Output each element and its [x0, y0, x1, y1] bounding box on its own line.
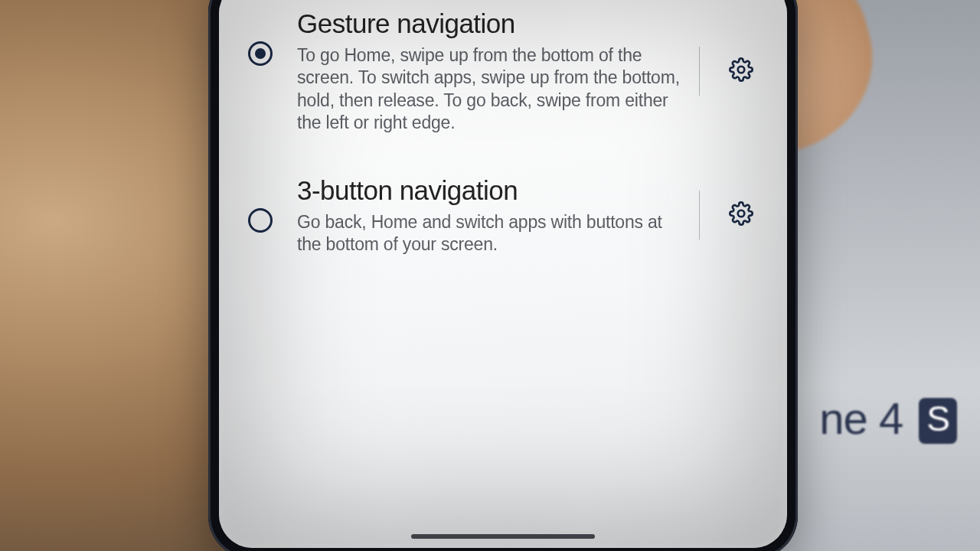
background-box-label: ne 4 S	[819, 393, 957, 444]
gesture-nav-pill[interactable]	[411, 534, 595, 539]
photo-scene: ne 4 S Gesture navigation To go Home, sw…	[0, 0, 980, 551]
radio-gesture[interactable]	[248, 41, 273, 66]
navigation-mode-list: Gesture navigation To go Home, swipe up …	[219, 0, 787, 282]
divider	[699, 47, 700, 96]
gear-icon	[729, 57, 753, 85]
box-text: ne 4	[819, 393, 903, 443]
option-description: Go back, Home and switch apps with butto…	[297, 211, 682, 256]
option-gesture-navigation[interactable]: Gesture navigation To go Home, swipe up …	[240, 0, 766, 161]
radio-col	[240, 174, 280, 233]
radio-three-button[interactable]	[248, 208, 273, 233]
gesture-settings-button[interactable]	[717, 57, 766, 85]
option-description: To go Home, swipe up from the bottom of …	[297, 44, 682, 135]
three-button-settings-button[interactable]	[717, 201, 766, 229]
option-title: Gesture navigation	[297, 8, 682, 40]
box-suffix: S	[919, 398, 957, 444]
option-three-button-navigation[interactable]: 3-button navigation Go back, Home and sw…	[240, 161, 766, 282]
option-title: 3-button navigation	[297, 174, 682, 207]
phone-frame: Gesture navigation To go Home, swipe up …	[208, 0, 798, 551]
svg-point-1	[738, 210, 745, 217]
divider	[699, 191, 700, 240]
text-col: 3-button navigation Go back, Home and sw…	[297, 174, 682, 256]
svg-point-0	[738, 67, 745, 73]
phone-screen: Gesture navigation To go Home, swipe up …	[219, 0, 787, 548]
text-col: Gesture navigation To go Home, swipe up …	[297, 8, 682, 135]
gear-icon	[729, 201, 753, 229]
radio-col	[240, 8, 280, 66]
